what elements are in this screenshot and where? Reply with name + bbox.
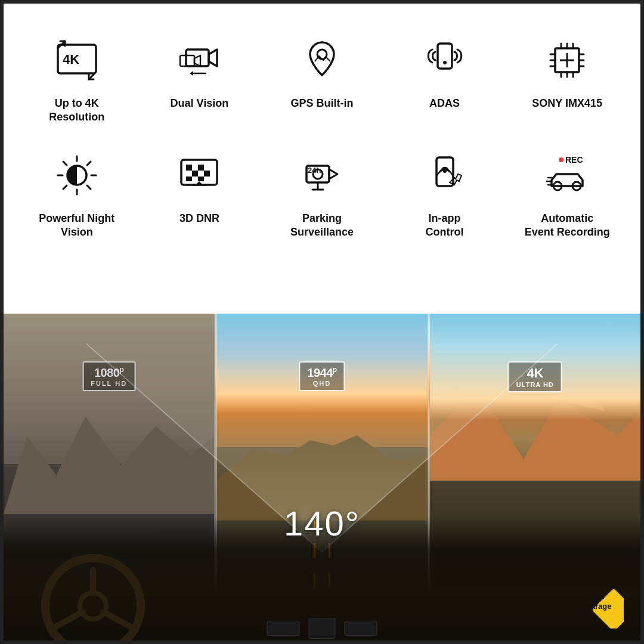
feature-inapp-label: In-app Control <box>426 212 464 240</box>
svg-text:Lex: Lex <box>592 592 605 601</box>
svg-rect-4 <box>180 55 194 66</box>
feature-4k: 4K Up to 4K Resolution <box>16 21 138 137</box>
svg-point-10 <box>443 61 447 64</box>
bottom-section: 1080p FULL HD <box>4 314 640 644</box>
feature-sony-label: SONY IMX415 <box>532 97 602 110</box>
adas-icon <box>418 33 472 87</box>
svg-point-51 <box>443 169 447 173</box>
svg-rect-2 <box>186 49 209 66</box>
badge-4k: 4K ULTRA HD <box>508 361 562 392</box>
svg-line-31 <box>87 185 91 189</box>
svg-marker-5 <box>194 55 200 66</box>
svg-text:REC: REC <box>565 155 583 165</box>
svg-marker-59 <box>4 417 214 514</box>
dash-control-3 <box>345 621 377 636</box>
app-icon <box>418 148 472 202</box>
dashboard-controls <box>267 618 377 639</box>
steering-wheel <box>33 546 153 644</box>
svg-line-69 <box>50 612 83 630</box>
feature-3d-dnr: 3D DNR <box>138 137 261 252</box>
badge-1080p: 1080p FULL HD <box>82 361 135 391</box>
parking-icon: 24h <box>295 148 349 202</box>
svg-marker-6 <box>190 71 193 76</box>
svg-point-52 <box>559 157 564 162</box>
lex-garage-badge: Lex Garage <box>573 578 624 631</box>
features-section: 4K Up to 4K Resolution <box>4 4 640 314</box>
svg-line-32 <box>87 162 91 165</box>
svg-marker-3 <box>209 49 217 66</box>
svg-line-70 <box>103 612 136 630</box>
svg-rect-39 <box>204 171 210 177</box>
dnr-icon <box>172 148 226 202</box>
dash-control-1 <box>267 621 300 636</box>
feature-3d-dnr-label: 3D DNR <box>179 212 219 225</box>
feature-event-rec: REC Automatic Event Recording <box>506 137 628 252</box>
feature-parking: 24h Parking Surveillance <box>261 137 383 252</box>
svg-point-67 <box>80 593 106 619</box>
feature-night-vision-label: Powerful Night Vision <box>39 212 114 240</box>
feature-dual-vision-label: Dual Vision <box>171 97 229 110</box>
feature-sony: SONY IMX415 <box>506 21 628 137</box>
features-row-1: 4K Up to 4K Resolution <box>16 21 628 137</box>
svg-text:4K: 4K <box>63 52 79 67</box>
svg-rect-9 <box>438 44 452 69</box>
svg-text:Garage: Garage <box>585 602 612 611</box>
feature-inapp: In-app Control <box>383 137 506 252</box>
svg-marker-47 <box>329 169 338 179</box>
svg-rect-37 <box>198 165 204 171</box>
svg-text:24h: 24h <box>308 166 321 175</box>
angle-label: 140° <box>284 503 360 543</box>
4k-icon: 4K <box>50 33 104 87</box>
feature-gps-label: GPS Built-in <box>290 97 353 110</box>
svg-rect-40 <box>186 177 192 181</box>
dash-control-2 <box>309 618 336 639</box>
chip-icon <box>540 33 594 87</box>
feature-adas: ADAS <box>383 21 506 137</box>
feature-4k-label: Up to 4K Resolution <box>49 97 104 125</box>
camera-icon <box>172 33 226 87</box>
svg-rect-41 <box>198 177 204 181</box>
feature-parking-label: Parking Surveillance <box>290 212 354 240</box>
badge-qhd: 1944p QHD <box>299 361 345 391</box>
main-container: 4K Up to 4K Resolution <box>0 0 644 644</box>
feature-event-rec-label: Automatic Event Recording <box>525 212 610 240</box>
svg-line-30 <box>63 162 67 165</box>
brightness-icon <box>50 148 104 202</box>
svg-rect-36 <box>186 165 192 171</box>
feature-gps: GPS Built-in <box>261 21 383 137</box>
svg-rect-38 <box>192 171 198 177</box>
features-row-2: Powerful Night Vision <box>16 137 628 252</box>
feature-adas-label: ADAS <box>429 97 460 110</box>
feature-dual-vision: Dual Vision <box>138 21 261 137</box>
gps-icon <box>295 33 349 87</box>
svg-line-33 <box>63 185 67 189</box>
rec-icon: REC <box>540 148 594 202</box>
feature-night-vision: Powerful Night Vision <box>16 137 138 252</box>
